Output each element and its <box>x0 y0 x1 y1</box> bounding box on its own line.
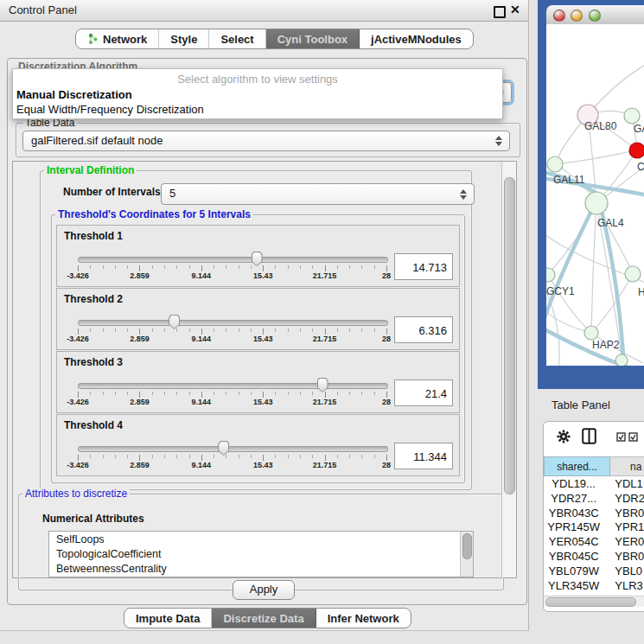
tick-label: -3.426 <box>67 398 89 406</box>
node-gal11[interactable] <box>547 156 563 172</box>
table-horizontal-scrollbar[interactable] <box>544 596 644 607</box>
column-header-name[interactable]: na <box>610 456 644 476</box>
threshold-slider[interactable] <box>78 446 388 452</box>
control-panel: Control Panel ✕ NetworkStyleSelectCyni T… <box>0 0 529 631</box>
traffic-light-zoom-icon[interactable] <box>589 10 601 22</box>
gear-icon[interactable] <box>557 430 571 443</box>
threshold-label: Threshold 3 <box>64 356 123 368</box>
algorithm-option[interactable]: Manual Discretization <box>16 88 132 101</box>
split-columns-icon[interactable] <box>582 428 596 444</box>
tab-style[interactable]: Style <box>159 29 209 48</box>
tab-select[interactable]: Select <box>209 29 265 48</box>
traffic-light-close-icon[interactable] <box>553 10 565 22</box>
threshold-panel: Threshold 2 -3.4262.8599.14415.4321.7152… <box>56 288 460 350</box>
attribute-item[interactable]: BetweennessCentrality <box>49 561 473 576</box>
cell-shared-name[interactable]: YBL079W <box>544 564 603 579</box>
slider-thumb[interactable] <box>169 315 180 329</box>
threshold-value-field[interactable]: 11.344 <box>394 443 453 469</box>
numerical-attributes-list[interactable]: SelfLoopsTopologicalCoefficientBetweenne… <box>48 531 474 577</box>
cell-shared-name[interactable]: YER054C <box>544 535 603 550</box>
slider-thumb[interactable] <box>317 378 328 392</box>
attribute-item[interactable]: SelfLoops <box>49 532 473 546</box>
attribute-item[interactable]: TopologicalCoefficient <box>49 546 473 561</box>
thresholds-group-label: Threshold's Coordinates for 5 Intervals <box>55 209 253 220</box>
close-icon[interactable]: ✕ <box>510 3 520 16</box>
dropdown-hint: Select algorithm to view settings <box>13 73 502 86</box>
table-row[interactable]: YPR145WYPR1 <box>544 520 644 535</box>
cell-name[interactable]: YPR1 <box>603 520 644 535</box>
cell-name[interactable]: YDR2 <box>603 492 644 507</box>
threshold-slider[interactable] <box>78 257 388 263</box>
cell-shared-name[interactable]: YBR045C <box>544 550 603 564</box>
cell-shared-name[interactable]: YBR043C <box>544 507 603 521</box>
cell-name[interactable]: YLR3 <box>603 579 644 594</box>
apply-button[interactable]: Apply <box>233 580 295 600</box>
tick-label: -3.426 <box>67 271 89 280</box>
tab-jactivemnodules[interactable]: jActiveMNodules <box>360 29 473 48</box>
algorithm-option[interactable]: Equal Width/Frequency Discretization <box>16 103 204 116</box>
network-window-titlebar[interactable] <box>546 5 644 25</box>
scrollbar-thumb[interactable] <box>545 597 636 607</box>
table-header-row: shared... na <box>544 456 644 476</box>
scrollbar-thumb[interactable] <box>462 533 472 559</box>
tick-label: 21.715 <box>313 335 337 343</box>
table-row[interactable]: YBR045CYBR0 <box>544 550 644 564</box>
traffic-light-minimize-icon[interactable] <box>571 10 583 22</box>
tab-discretize-data[interactable]: Discretize Data <box>212 609 316 628</box>
table-row[interactable]: YLR345WYLR3 <box>544 579 644 594</box>
slider-ticks <box>78 328 386 335</box>
threshold-label: Threshold 4 <box>64 419 123 431</box>
tab-network[interactable]: Network <box>76 29 159 48</box>
cell-name[interactable]: YBR0 <box>603 507 644 521</box>
numerical-attributes-heading: Numerical Attributes <box>42 513 144 525</box>
cell-shared-name[interactable]: YDL19... <box>544 477 603 492</box>
tab-infer-network[interactable]: Infer Network <box>316 609 411 628</box>
slider-thumb[interactable] <box>252 252 263 266</box>
table-row[interactable]: YBL079WYBL0 <box>544 564 644 579</box>
number-of-intervals-combobox[interactable]: 5 <box>161 183 475 205</box>
table-data-combobox[interactable]: galFiltered.sif default node <box>22 131 510 151</box>
control-panel-titlebar: Control Panel ✕ <box>0 0 528 22</box>
threshold-value-field[interactable]: 6.316 <box>394 316 453 343</box>
number-of-intervals-label: Number of Intervals <box>63 186 161 198</box>
cell-name[interactable]: YDL1 <box>603 477 644 492</box>
settings-vertical-scrollbar[interactable] <box>501 162 516 577</box>
node-hap2[interactable] <box>584 326 598 340</box>
tab-impute-data[interactable]: Impute Data <box>124 609 212 628</box>
float-window-icon[interactable] <box>494 6 506 18</box>
table-row[interactable]: YDL19...YDL1 <box>544 477 644 492</box>
node-gal4[interactable] <box>585 192 608 214</box>
tab-cyni-toolbox[interactable]: Cyni Toolbox <box>266 29 360 48</box>
checked-checkboxes-icon[interactable] <box>616 432 639 442</box>
node-label: GAL4 <box>597 217 624 229</box>
slider-thumb[interactable] <box>218 441 229 456</box>
cell-name[interactable]: YBL0 <box>603 564 644 579</box>
threshold-value-field[interactable]: 14.713 <box>394 253 453 280</box>
table-row[interactable]: YER054CYER0 <box>544 535 644 550</box>
node-bottom[interactable] <box>615 354 628 366</box>
network-canvas[interactable]: GAL80GACGAL11GAL4GCY1HHAP2 <box>546 24 644 366</box>
cell-shared-name[interactable]: YLR345W <box>544 579 603 594</box>
attributes-list-scrollbar[interactable] <box>460 532 473 577</box>
node-gcy1[interactable] <box>546 268 555 282</box>
table-row[interactable]: YBR043CYBR0 <box>544 507 644 521</box>
cell-name[interactable]: YER0 <box>603 535 644 550</box>
node-red[interactable] <box>629 143 644 158</box>
node-top-right[interactable] <box>624 108 640 124</box>
cell-name[interactable]: YBR0 <box>603 550 644 564</box>
column-header-shared[interactable]: shared... <box>544 456 610 476</box>
table-rows: YDL19...YDL1YDR27...YDR2YBR043CYBR0YPR14… <box>544 477 644 608</box>
cell-shared-name[interactable]: YPR145W <box>544 520 603 535</box>
node-right-mid[interactable] <box>625 266 641 282</box>
threshold-value-field[interactable]: 21.4 <box>394 379 453 406</box>
cell-shared-name[interactable]: YDR27... <box>544 492 603 507</box>
tab-label: jActiveMNodules <box>371 33 462 46</box>
combo-stepper-icon <box>495 136 503 146</box>
threshold-slider[interactable] <box>78 320 388 326</box>
tick-label: 2.859 <box>130 335 150 343</box>
table-row[interactable]: YDR27...YDR2 <box>544 492 644 507</box>
threshold-slider[interactable] <box>78 383 388 389</box>
slider-ticks <box>78 455 386 461</box>
table-panel-title: Table Panel <box>552 399 610 411</box>
scrollbar-thumb[interactable] <box>504 177 515 494</box>
